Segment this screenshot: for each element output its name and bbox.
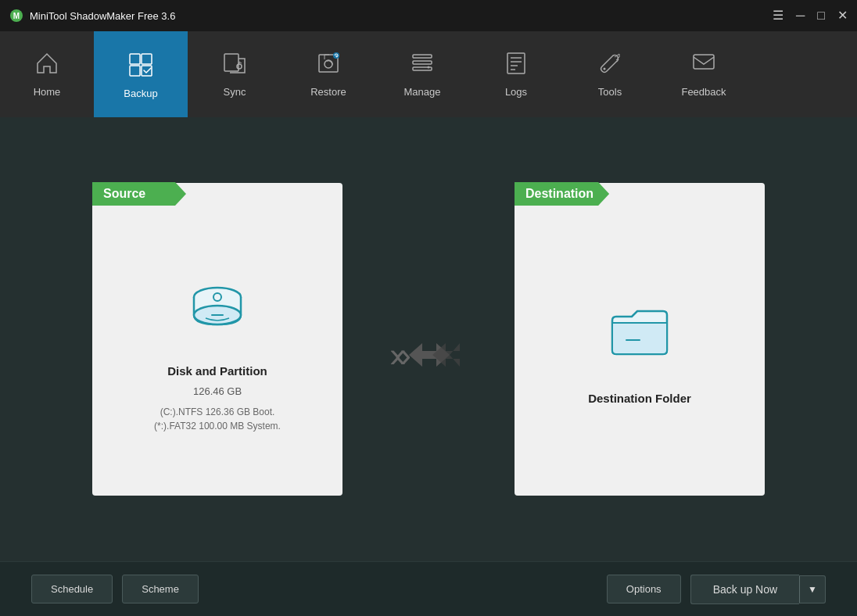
app-logo-icon: M: [9, 9, 23, 23]
backup-now-button[interactable]: Back up Now: [690, 575, 799, 604]
nav-label-manage: Manage: [404, 86, 441, 98]
source-detail: (C:).NTFS 126.36 GB Boot. (*:).FAT32 100…: [154, 405, 281, 433]
source-card-wrapper: Source Disk and Partition 126.46 GB (C:)…: [92, 183, 342, 496]
destination-card[interactable]: Destination Folder: [515, 183, 765, 496]
svg-rect-15: [507, 53, 525, 73]
nav-item-home[interactable]: Home: [0, 31, 94, 117]
svg-rect-2: [130, 54, 140, 64]
window-controls[interactable]: ☰ ─ □ ✕: [773, 9, 848, 22]
nav-label-feedback: Feedback: [681, 86, 726, 98]
title-left: M MiniTool ShadowMaker Free 3.6: [9, 9, 175, 23]
sync-icon: [222, 51, 247, 80]
svg-rect-4: [130, 66, 140, 76]
maximize-button[interactable]: □: [817, 9, 825, 22]
destination-title: Destination Folder: [588, 392, 691, 405]
nav-label-logs: Logs: [505, 86, 527, 98]
svg-rect-21: [694, 55, 714, 69]
title-bar: M MiniTool ShadowMaker Free 3.6 ☰ ─ □ ✕: [0, 0, 857, 31]
svg-text:M: M: [13, 12, 20, 20]
source-title: Disk and Partition: [167, 364, 267, 378]
nav-item-manage[interactable]: Manage: [375, 31, 469, 117]
tools-icon: [597, 51, 622, 80]
svg-rect-11: [413, 55, 432, 58]
nav-item-restore[interactable]: Restore: [281, 31, 375, 117]
nav-item-feedback[interactable]: Feedback: [657, 31, 751, 117]
svg-rect-5: [142, 66, 152, 76]
app-title: MiniTool ShadowMaker Free 3.6: [30, 10, 175, 22]
nav-item-backup[interactable]: Backup: [94, 31, 188, 117]
minimize-button[interactable]: ─: [796, 9, 805, 22]
destination-card-wrapper: Destination Destination Folder: [515, 183, 765, 496]
arrow-chevrons-icon: ›‹›: [389, 335, 405, 374]
bottom-left-buttons: Schedule Scheme: [31, 575, 199, 603]
backup-icon: [127, 49, 155, 81]
svg-point-14: [428, 66, 430, 69]
home-icon: [34, 51, 59, 80]
logs-icon: [504, 51, 529, 80]
nav-item-sync[interactable]: Sync: [188, 31, 281, 117]
forward-arrows-icon: [405, 335, 468, 374]
bottom-right-buttons: Options Back up Now ▼: [607, 575, 826, 604]
main-content: Source Disk and Partition 126.46 GB (C:)…: [0, 117, 857, 561]
nav-item-logs[interactable]: Logs: [469, 31, 563, 117]
destination-label: Destination: [515, 182, 609, 206]
disk-icon: [182, 270, 253, 349]
source-size: 126.46 GB: [193, 385, 242, 397]
folder-icon: [604, 297, 675, 376]
restore-icon: [316, 51, 341, 80]
options-button[interactable]: Options: [607, 575, 681, 603]
svg-point-20: [604, 68, 606, 70]
backup-dropdown-button[interactable]: ▼: [799, 575, 826, 603]
nav-label-home: Home: [34, 86, 61, 98]
nav-label-restore: Restore: [310, 86, 346, 98]
nav-item-tools[interactable]: Tools: [563, 31, 657, 117]
svg-point-7: [237, 64, 242, 69]
menu-button[interactable]: ☰: [773, 9, 783, 22]
nav-bar: Home Backup Sync: [0, 31, 857, 117]
source-card[interactable]: Disk and Partition 126.46 GB (C:).NTFS 1…: [92, 183, 342, 496]
svg-rect-12: [413, 61, 432, 64]
nav-label-sync: Sync: [224, 86, 246, 98]
schedule-button[interactable]: Schedule: [31, 575, 113, 603]
nav-label-backup: Backup: [124, 88, 157, 99]
source-label: Source: [92, 182, 186, 206]
scheme-button[interactable]: Scheme: [122, 575, 199, 603]
close-button[interactable]: ✕: [837, 9, 848, 22]
bottom-bar: Schedule Scheme Options Back up Now ▼: [0, 561, 857, 616]
manage-icon: [410, 51, 435, 80]
arrow-container: ›‹›: [389, 335, 468, 374]
feedback-icon: [691, 51, 716, 80]
svg-rect-3: [142, 54, 152, 64]
nav-label-tools: Tools: [598, 86, 622, 98]
svg-rect-6: [224, 54, 238, 71]
